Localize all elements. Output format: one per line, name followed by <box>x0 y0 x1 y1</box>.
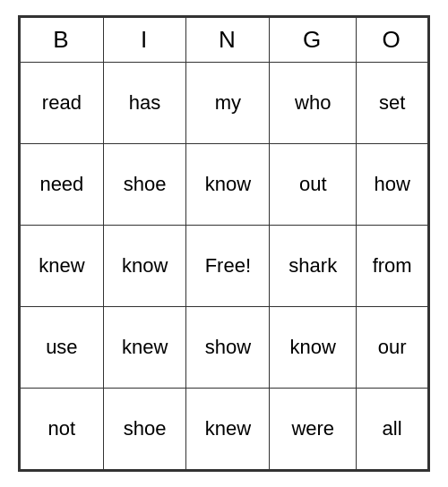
cell-1-4: how <box>357 144 428 226</box>
col-b: B <box>21 18 104 63</box>
cell-0-1: has <box>103 63 186 144</box>
col-g: G <box>270 18 357 63</box>
cell-3-1: knew <box>103 307 186 389</box>
col-n: N <box>186 18 270 63</box>
cell-4-1: shoe <box>103 389 186 470</box>
table-row: needshoeknowouthow <box>21 144 428 226</box>
bingo-table: B I N G O readhasmywhosetneedshoeknowout… <box>20 17 428 470</box>
cell-4-3: were <box>270 389 357 470</box>
cell-1-2: know <box>186 144 270 226</box>
cell-2-3: shark <box>270 226 357 307</box>
table-row: readhasmywhoset <box>21 63 428 144</box>
cell-2-2: Free! <box>186 226 270 307</box>
col-o: O <box>357 18 428 63</box>
cell-1-3: out <box>270 144 357 226</box>
cell-2-0: knew <box>21 226 104 307</box>
cell-4-0: not <box>21 389 104 470</box>
cell-1-0: need <box>21 144 104 226</box>
cell-2-1: know <box>103 226 186 307</box>
col-i: I <box>103 18 186 63</box>
cell-3-4: our <box>357 307 428 389</box>
cell-0-0: read <box>21 63 104 144</box>
table-row: notshoeknewwereall <box>21 389 428 470</box>
cell-0-2: my <box>186 63 270 144</box>
bingo-board: B I N G O readhasmywhosetneedshoeknowout… <box>18 15 430 472</box>
cell-3-3: know <box>270 307 357 389</box>
table-row: knewknowFree!sharkfrom <box>21 226 428 307</box>
cell-4-4: all <box>357 389 428 470</box>
cell-4-2: knew <box>186 389 270 470</box>
cell-2-4: from <box>357 226 428 307</box>
cell-1-1: shoe <box>103 144 186 226</box>
cell-3-0: use <box>21 307 104 389</box>
cell-0-3: who <box>270 63 357 144</box>
header-row: B I N G O <box>21 18 428 63</box>
cell-3-2: show <box>186 307 270 389</box>
table-row: useknewshowknowour <box>21 307 428 389</box>
cell-0-4: set <box>357 63 428 144</box>
